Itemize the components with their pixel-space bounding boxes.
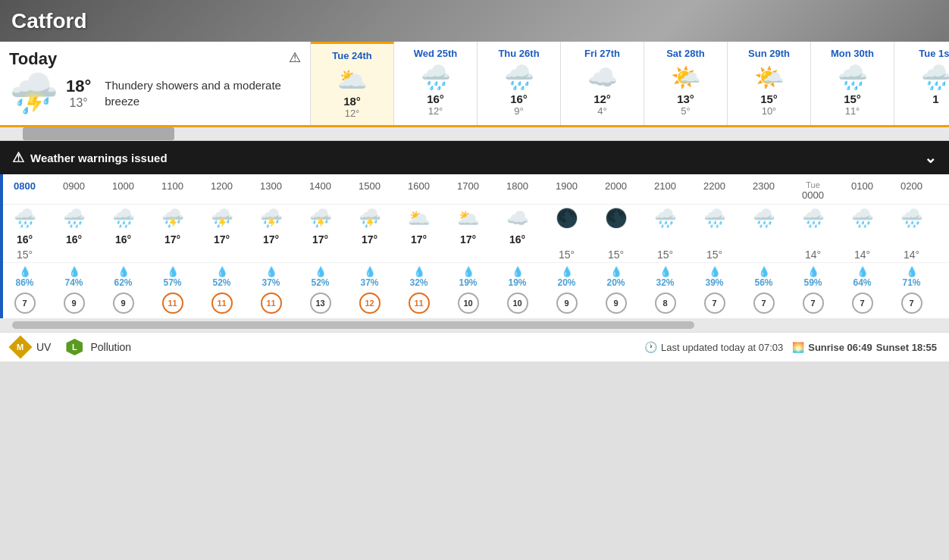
forecast-day-0[interactable]: Tue 24th 🌥️ 18° 12° [311, 42, 394, 125]
uv-badge-label: M [17, 343, 23, 352]
forecast-day-2[interactable]: Thu 26th 🌧️ 16° 9° [478, 42, 561, 125]
wind-3: 11 [148, 293, 197, 314]
icon-14: 🌧️ [690, 209, 739, 227]
icon-15: 🌧️ [739, 209, 788, 227]
hour-0900: 0900 [49, 179, 99, 202]
hour-1400: 1400 [296, 179, 345, 202]
wind-2: 9 [99, 293, 148, 314]
day-low: 5° [681, 105, 690, 117]
rain-15: 💧 56% [739, 266, 788, 288]
forecast-scroll[interactable]: Tue 24th 🌥️ 18° 12° Wed 25th 🌧️ 16° 12° … [311, 42, 949, 125]
wind-circle: 7 [803, 293, 824, 314]
low-temp-0: 15° [0, 249, 49, 261]
bottom-scrollbar[interactable] [0, 318, 949, 332]
icon-1: 🌧️ [49, 209, 99, 227]
day-low: 12° [428, 105, 443, 117]
sunrise-sunset: 🌅 Sunrise 06:49 Sunset 18:55 [792, 342, 937, 353]
day-high: 15° [844, 92, 861, 105]
high-temp-6: 17° [296, 233, 345, 246]
top-section: Today ⚠ ⛈️ 18° 13° Thundery showers and … [0, 42, 949, 127]
rain-5: 💧 37% [246, 266, 296, 288]
rain-percent: 57% [148, 277, 197, 288]
rain-drops-icon: 💧 [838, 266, 887, 277]
rain-14: 💧 39% [690, 266, 739, 288]
wind-11: 9 [542, 293, 591, 314]
wind-circle: 9 [64, 293, 85, 314]
icon-11: 🌑 [542, 209, 591, 227]
time-row: 0800090010001100120013001400150016001700… [0, 174, 949, 205]
last-updated: 🕐 Last updated today at 07:03 [644, 341, 783, 353]
wind-13: 8 [640, 293, 690, 314]
hour-1200: 1200 [197, 179, 246, 202]
warning-bar[interactable]: ⚠ Weather warnings issued ⌄ [0, 141, 949, 174]
current-time-label: 0800 [0, 179, 49, 202]
low-temp-16: 14° [788, 249, 838, 261]
rain-percent: 64% [838, 277, 887, 288]
rain-9: 💧 19% [443, 266, 493, 288]
day-icon: 🌧️ [504, 65, 534, 89]
wind-circle: 7 [753, 293, 775, 314]
forecast-day-4[interactable]: Sat 28th 🌤️ 13° 5° [644, 42, 728, 125]
rain-2: 💧 62% [99, 266, 148, 288]
wind-8: 11 [394, 293, 443, 314]
wind-16: 7 [788, 293, 838, 314]
high-temp-2: 16° [99, 233, 148, 246]
top-scrollbar[interactable] [0, 127, 949, 141]
clock-icon: 🕐 [644, 341, 657, 353]
low-temp-18: 14° [887, 249, 936, 261]
hourly-table: 0800090010001100120013001400150016001700… [0, 174, 949, 318]
hour-1500: 1500 [345, 179, 394, 202]
icon-7: ⛈️ [345, 209, 394, 227]
icon-2: 🌧️ [99, 209, 148, 227]
rain-8: 💧 32% [394, 266, 443, 288]
rain-percent: 71% [887, 277, 936, 288]
hour-2300: 2300 [739, 179, 788, 202]
day-high: 16° [427, 92, 444, 105]
wind-12: 9 [591, 293, 640, 314]
today-body: ⛈️ 18° 13° Thundery showers and a modera… [9, 74, 301, 113]
wind-circle: 7 [852, 293, 873, 314]
wind-circle: 8 [655, 293, 676, 314]
today-low-temp: 13° [70, 96, 88, 110]
forecast-day-3[interactable]: Fri 27th ☁️ 12° 4° [561, 42, 644, 125]
high-temp-3: 17° [148, 233, 197, 246]
low-temp-17: 14° [838, 249, 887, 261]
rain-drops-icon: 💧 [739, 266, 788, 277]
today-label: Today [9, 49, 301, 69]
icon-18: 🌧️ [887, 209, 936, 227]
rain-drops-icon: 💧 [887, 266, 936, 277]
forecast-day-6[interactable]: Mon 30th 🌧️ 15° 11° [811, 42, 894, 125]
day-high: 1 [932, 92, 938, 105]
hour-2100: 2100 [640, 179, 690, 202]
rain-drops-icon: 💧 [197, 266, 246, 277]
rain-6: 💧 52% [296, 266, 345, 288]
high-temp-5: 17° [246, 233, 296, 246]
pollution-label: Pollution [90, 341, 131, 353]
forecast-day-5[interactable]: Sun 29th 🌤️ 15° 10° [728, 42, 811, 125]
rain-16: 💧 59% [788, 266, 838, 288]
rain-drops-icon: 💧 [148, 266, 197, 277]
hour-2200: 2200 [690, 179, 739, 202]
wind-4: 11 [197, 293, 246, 314]
sunset-text: Sunset 18:55 [876, 342, 937, 353]
hour-0000: Tue0000 [788, 179, 838, 202]
forecast-day-1[interactable]: Wed 25th 🌧️ 16° 12° [394, 42, 478, 125]
wind-circle: 11 [162, 293, 183, 314]
low-temp-11: 15° [542, 249, 591, 261]
rain-3: 💧 57% [148, 266, 197, 288]
warning-chevron-icon[interactable]: ⌄ [924, 149, 937, 167]
high-temp-1: 16° [49, 233, 99, 246]
rain-percent: 19% [443, 277, 493, 288]
forecast-day-7[interactable]: Tue 1st 🌧️ 1 [894, 42, 949, 125]
low-temp-14: 15° [690, 249, 739, 261]
rain-drops-icon: 💧 [542, 266, 591, 277]
day-icon: 🌤️ [754, 65, 785, 89]
city-title: Catford [11, 9, 87, 33]
rain-13: 💧 32% [640, 266, 690, 288]
rain-drops-icon: 💧 [246, 266, 296, 277]
rain-4: 💧 52% [197, 266, 246, 288]
scrollbar-handle[interactable] [12, 321, 694, 329]
rain-drops-icon: 💧 [345, 266, 394, 277]
day-label: Fri 27th [584, 48, 620, 59]
low-temp-12: 15° [591, 249, 640, 261]
